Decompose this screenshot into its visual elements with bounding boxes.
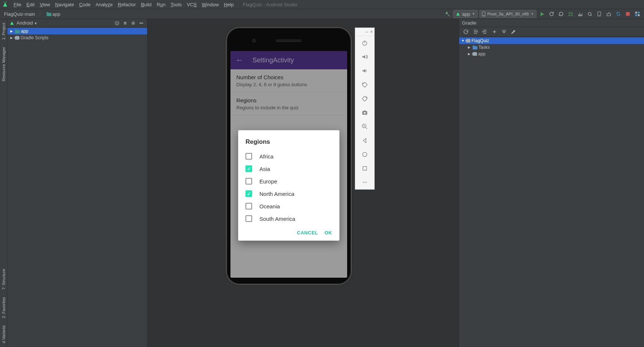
region-option-north-america[interactable]: North America	[238, 187, 339, 200]
sdk-icon[interactable]	[605, 10, 613, 18]
emu-volume-up-icon[interactable]	[355, 50, 374, 64]
tab-project[interactable]: 1: Project	[1, 19, 7, 43]
hide-panel-icon[interactable]	[138, 19, 145, 27]
nav-toolbar: FlagQuiz-main 〉 app app ▼ Pixel_3a_API_3…	[0, 9, 644, 19]
gradle-header-label: Gradle	[462, 20, 476, 26]
left-gutter: 1: Project Resource Manager 7: Structure…	[0, 19, 7, 347]
svg-point-27	[363, 182, 364, 183]
checkbox-icon[interactable]	[245, 165, 252, 172]
expand-arrow-icon: ▶	[10, 29, 14, 33]
run-config-dropdown[interactable]: app ▼	[453, 10, 478, 18]
device-dropdown[interactable]: Pixel_3a_API_30_x86 ▼	[479, 10, 536, 18]
run-config-label: app	[462, 11, 470, 17]
emu-back-icon[interactable]	[355, 134, 374, 147]
settings-gear-icon[interactable]	[130, 19, 137, 27]
dialog-title: Regions	[238, 130, 339, 150]
gradle-execute-icon[interactable]	[480, 28, 489, 36]
menu-vcs[interactable]: VCS	[184, 2, 199, 7]
checkbox-icon[interactable]	[245, 178, 252, 185]
build-hammer-icon[interactable]	[444, 10, 452, 18]
tree-node-gradle-scripts[interactable]: ▶ Gradle Scripts	[7, 34, 147, 41]
nav-right-controls: app ▼ Pixel_3a_API_30_x86 ▼	[444, 10, 641, 18]
emu-power-icon[interactable]	[355, 36, 374, 50]
emu-screenshot-icon[interactable]	[355, 106, 374, 120]
menu-run[interactable]: Run	[154, 2, 168, 7]
menu-analyze[interactable]: Analyze	[93, 2, 115, 7]
tab-structure[interactable]: 7: Structure	[1, 265, 7, 293]
collapse-arrow-icon: ▼	[461, 39, 465, 43]
checkbox-icon[interactable]	[245, 190, 252, 197]
chevron-down-icon: ▼	[531, 12, 534, 16]
project-view-selector[interactable]: Android▼	[17, 20, 37, 26]
gradle-node-tasks[interactable]: ▶ Tasks	[459, 44, 644, 51]
svg-rect-3	[483, 15, 484, 16]
emu-rotate-right-icon[interactable]	[355, 92, 374, 106]
gradle-wrench-icon[interactable]	[509, 28, 518, 36]
emu-zoom-icon[interactable]	[355, 120, 374, 134]
sync-icon[interactable]	[614, 10, 622, 18]
menu-navigate[interactable]: Navigate	[52, 2, 76, 7]
stop-button[interactable]	[624, 10, 632, 18]
breadcrumb: FlagQuiz-main 〉 app	[3, 11, 62, 17]
emulator-screen[interactable]: ← SettingActivity Number of Choices Disp…	[230, 51, 347, 278]
apply-changes-icon[interactable]	[547, 10, 556, 18]
gradle-expand-icon[interactable]	[499, 28, 508, 36]
emu-volume-down-icon[interactable]	[355, 64, 374, 78]
menu-window[interactable]: Window	[199, 2, 221, 7]
gradle-node-root[interactable]: ▼ FlagQuiz	[459, 37, 644, 44]
region-label: Asia	[259, 166, 270, 172]
svg-rect-26	[363, 167, 367, 170]
debug-icon[interactable]	[567, 10, 575, 18]
attach-debugger-icon[interactable]	[586, 10, 594, 18]
tab-favorites[interactable]: 2: Favorites	[1, 293, 7, 322]
menu-view[interactable]: View	[37, 2, 52, 7]
breadcrumb-root[interactable]: FlagQuiz-main	[3, 11, 37, 17]
avd-icon[interactable]	[595, 10, 603, 18]
gradle-node-app[interactable]: ▶ app	[459, 51, 644, 57]
gradle-add-icon[interactable]	[490, 28, 499, 36]
menu-refactor[interactable]: Refactor	[115, 2, 138, 7]
region-option-europe[interactable]: Europe	[238, 175, 339, 187]
dialog-ok-button[interactable]: OK	[325, 230, 332, 235]
gradle-refresh-icon[interactable]	[461, 28, 470, 36]
device-label: Pixel_3a_API_30_x86	[487, 12, 529, 16]
emulator-controls-panel: – ×	[355, 28, 375, 190]
emu-overview-icon[interactable]	[355, 161, 374, 175]
tab-build-variants[interactable]: d Variants	[1, 322, 7, 347]
gradle-attach-icon[interactable]	[471, 28, 480, 36]
gradle-panel-header: Gradle	[459, 19, 644, 27]
menu-file[interactable]: File	[11, 2, 24, 7]
region-option-africa[interactable]: Africa	[238, 150, 339, 162]
menu-tools[interactable]: Tools	[168, 2, 184, 7]
checkbox-icon[interactable]	[245, 203, 252, 209]
menu-build[interactable]: Build	[138, 2, 154, 7]
module-folder-icon	[15, 29, 20, 33]
apply-code-icon[interactable]	[557, 10, 565, 18]
tree-label: FlagQuiz	[472, 38, 489, 43]
emu-home-icon[interactable]	[355, 147, 374, 161]
breadcrumb-app[interactable]: app	[45, 11, 62, 17]
collapse-all-icon[interactable]	[121, 19, 129, 27]
emu-more-icon[interactable]	[355, 175, 374, 189]
checkbox-icon[interactable]	[245, 215, 252, 222]
emu-rotate-left-icon[interactable]	[355, 78, 374, 92]
tree-node-app[interactable]: ▶ app	[7, 28, 147, 34]
region-option-oceania[interactable]: Oceania	[238, 200, 339, 212]
dialog-cancel-button[interactable]: CANCEL	[297, 230, 318, 235]
emu-minimize-icon[interactable]: –	[365, 29, 368, 34]
region-option-south-america[interactable]: South America	[238, 212, 339, 225]
search-button[interactable]	[633, 10, 641, 18]
svg-point-22	[364, 112, 366, 114]
tab-resource-manager[interactable]: Resource Manager	[1, 43, 7, 85]
menu-help[interactable]: Help	[221, 2, 236, 7]
chevron-down-icon: ▼	[472, 12, 475, 16]
gradle-tool-window: Gradle ▼ FlagQuiz ▶ Tasks ▶ app	[459, 19, 644, 347]
select-opened-file-icon[interactable]	[113, 19, 121, 27]
run-button-icon[interactable]	[538, 10, 546, 18]
menu-code[interactable]: Code	[77, 2, 93, 7]
menu-edit[interactable]: Edit	[24, 2, 37, 7]
emu-close-icon[interactable]: ×	[370, 29, 373, 34]
checkbox-icon[interactable]	[245, 153, 252, 160]
region-option-asia[interactable]: Asia	[238, 162, 339, 175]
profiler-icon[interactable]	[576, 10, 584, 18]
